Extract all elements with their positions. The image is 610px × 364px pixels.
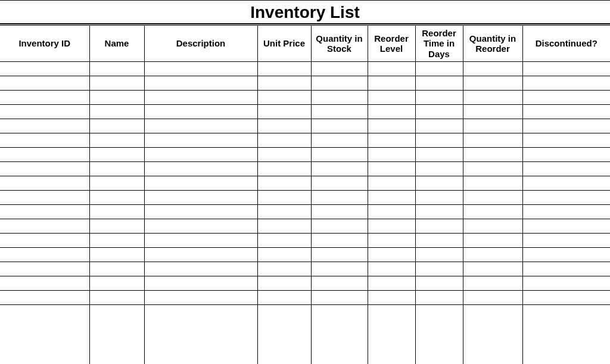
table-cell[interactable] xyxy=(89,219,144,233)
table-cell[interactable] xyxy=(415,327,463,350)
table-cell[interactable] xyxy=(463,133,522,147)
table-cell[interactable] xyxy=(89,176,144,190)
table-cell[interactable] xyxy=(144,204,257,219)
table-cell[interactable] xyxy=(89,119,144,133)
table-cell[interactable] xyxy=(257,233,311,247)
table-cell[interactable] xyxy=(89,133,144,147)
table-cell[interactable] xyxy=(463,247,522,262)
table-cell[interactable] xyxy=(415,176,463,190)
table-cell[interactable] xyxy=(311,119,368,133)
table-cell[interactable] xyxy=(415,104,463,119)
table-cell[interactable] xyxy=(522,262,610,276)
table-cell[interactable] xyxy=(257,61,311,76)
table-cell[interactable] xyxy=(522,190,610,204)
table-cell[interactable] xyxy=(522,233,610,247)
table-cell[interactable] xyxy=(522,119,610,133)
table-cell[interactable] xyxy=(89,76,144,90)
table-cell[interactable] xyxy=(257,176,311,190)
table-cell[interactable] xyxy=(311,262,368,276)
table-cell[interactable] xyxy=(257,133,311,147)
table-cell[interactable] xyxy=(144,119,257,133)
table-cell[interactable] xyxy=(0,276,89,290)
table-cell[interactable] xyxy=(522,61,610,76)
table-cell[interactable] xyxy=(311,90,368,104)
table-cell[interactable] xyxy=(0,204,89,219)
table-cell[interactable] xyxy=(368,61,415,76)
table-cell[interactable] xyxy=(89,61,144,76)
table-cell[interactable] xyxy=(311,204,368,219)
table-cell[interactable] xyxy=(415,247,463,262)
table-cell[interactable] xyxy=(0,350,89,364)
table-cell[interactable] xyxy=(522,104,610,119)
table-cell[interactable] xyxy=(415,276,463,290)
table-cell[interactable] xyxy=(463,104,522,119)
table-cell[interactable] xyxy=(0,61,89,76)
table-cell[interactable] xyxy=(144,133,257,147)
table-cell[interactable] xyxy=(257,161,311,176)
table-cell[interactable] xyxy=(144,327,257,350)
table-cell[interactable] xyxy=(368,304,415,327)
table-cell[interactable] xyxy=(0,327,89,350)
table-cell[interactable] xyxy=(257,247,311,262)
table-cell[interactable] xyxy=(311,233,368,247)
table-cell[interactable] xyxy=(89,327,144,350)
table-cell[interactable] xyxy=(463,304,522,327)
table-cell[interactable] xyxy=(415,161,463,176)
table-cell[interactable] xyxy=(89,276,144,290)
table-cell[interactable] xyxy=(89,304,144,327)
table-cell[interactable] xyxy=(257,276,311,290)
table-cell[interactable] xyxy=(368,247,415,262)
table-cell[interactable] xyxy=(144,276,257,290)
table-cell[interactable] xyxy=(368,233,415,247)
table-cell[interactable] xyxy=(89,161,144,176)
table-cell[interactable] xyxy=(257,204,311,219)
table-cell[interactable] xyxy=(522,90,610,104)
table-cell[interactable] xyxy=(368,161,415,176)
table-cell[interactable] xyxy=(0,133,89,147)
table-cell[interactable] xyxy=(89,90,144,104)
table-cell[interactable] xyxy=(415,133,463,147)
table-cell[interactable] xyxy=(415,304,463,327)
table-cell[interactable] xyxy=(522,327,610,350)
table-cell[interactable] xyxy=(0,190,89,204)
table-cell[interactable] xyxy=(463,262,522,276)
table-cell[interactable] xyxy=(0,176,89,190)
table-cell[interactable] xyxy=(257,350,311,364)
table-cell[interactable] xyxy=(144,176,257,190)
table-cell[interactable] xyxy=(311,190,368,204)
table-cell[interactable] xyxy=(257,190,311,204)
table-cell[interactable] xyxy=(144,190,257,204)
table-cell[interactable] xyxy=(311,161,368,176)
table-cell[interactable] xyxy=(311,290,368,304)
table-cell[interactable] xyxy=(257,90,311,104)
table-cell[interactable] xyxy=(415,190,463,204)
table-cell[interactable] xyxy=(522,350,610,364)
table-cell[interactable] xyxy=(463,147,522,161)
table-cell[interactable] xyxy=(311,304,368,327)
table-cell[interactable] xyxy=(368,327,415,350)
table-cell[interactable] xyxy=(415,219,463,233)
table-cell[interactable] xyxy=(144,290,257,304)
table-cell[interactable] xyxy=(144,76,257,90)
table-cell[interactable] xyxy=(311,247,368,262)
table-cell[interactable] xyxy=(0,219,89,233)
table-cell[interactable] xyxy=(89,290,144,304)
table-cell[interactable] xyxy=(311,104,368,119)
table-cell[interactable] xyxy=(311,219,368,233)
table-cell[interactable] xyxy=(0,90,89,104)
table-cell[interactable] xyxy=(0,290,89,304)
table-cell[interactable] xyxy=(463,190,522,204)
table-cell[interactable] xyxy=(522,161,610,176)
table-cell[interactable] xyxy=(144,104,257,119)
table-cell[interactable] xyxy=(89,104,144,119)
table-cell[interactable] xyxy=(144,262,257,276)
table-cell[interactable] xyxy=(463,90,522,104)
table-cell[interactable] xyxy=(89,233,144,247)
table-cell[interactable] xyxy=(144,161,257,176)
table-cell[interactable] xyxy=(257,304,311,327)
table-cell[interactable] xyxy=(522,76,610,90)
table-cell[interactable] xyxy=(368,104,415,119)
table-cell[interactable] xyxy=(522,204,610,219)
table-cell[interactable] xyxy=(0,104,89,119)
table-cell[interactable] xyxy=(368,133,415,147)
